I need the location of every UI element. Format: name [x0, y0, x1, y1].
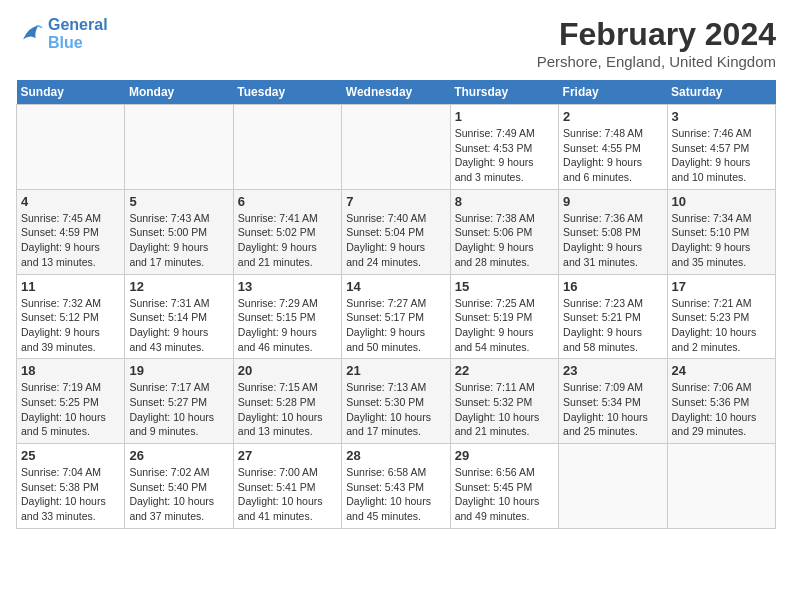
week-row-2: 4Sunrise: 7:45 AM Sunset: 4:59 PM Daylig… [17, 189, 776, 274]
day-number: 10 [672, 194, 771, 209]
day-number: 18 [21, 363, 120, 378]
calendar-cell: 23Sunrise: 7:09 AM Sunset: 5:34 PM Dayli… [559, 359, 667, 444]
calendar-cell: 25Sunrise: 7:04 AM Sunset: 5:38 PM Dayli… [17, 444, 125, 529]
day-info: Sunrise: 7:06 AM Sunset: 5:36 PM Dayligh… [672, 380, 771, 439]
day-info: Sunrise: 7:27 AM Sunset: 5:17 PM Dayligh… [346, 296, 445, 355]
page-header: General Blue February 2024 Pershore, Eng… [16, 16, 776, 70]
calendar-cell: 11Sunrise: 7:32 AM Sunset: 5:12 PM Dayli… [17, 274, 125, 359]
calendar-cell: 24Sunrise: 7:06 AM Sunset: 5:36 PM Dayli… [667, 359, 775, 444]
calendar-cell: 29Sunrise: 6:56 AM Sunset: 5:45 PM Dayli… [450, 444, 558, 529]
day-info: Sunrise: 7:32 AM Sunset: 5:12 PM Dayligh… [21, 296, 120, 355]
calendar-cell: 4Sunrise: 7:45 AM Sunset: 4:59 PM Daylig… [17, 189, 125, 274]
day-info: Sunrise: 7:40 AM Sunset: 5:04 PM Dayligh… [346, 211, 445, 270]
day-number: 23 [563, 363, 662, 378]
calendar-cell [667, 444, 775, 529]
day-info: Sunrise: 7:23 AM Sunset: 5:21 PM Dayligh… [563, 296, 662, 355]
calendar-cell: 18Sunrise: 7:19 AM Sunset: 5:25 PM Dayli… [17, 359, 125, 444]
week-row-5: 25Sunrise: 7:04 AM Sunset: 5:38 PM Dayli… [17, 444, 776, 529]
calendar-cell: 12Sunrise: 7:31 AM Sunset: 5:14 PM Dayli… [125, 274, 233, 359]
day-info: Sunrise: 7:04 AM Sunset: 5:38 PM Dayligh… [21, 465, 120, 524]
weekday-header-thursday: Thursday [450, 80, 558, 105]
day-number: 6 [238, 194, 337, 209]
day-number: 21 [346, 363, 445, 378]
calendar-cell: 15Sunrise: 7:25 AM Sunset: 5:19 PM Dayli… [450, 274, 558, 359]
day-info: Sunrise: 7:29 AM Sunset: 5:15 PM Dayligh… [238, 296, 337, 355]
day-info: Sunrise: 7:36 AM Sunset: 5:08 PM Dayligh… [563, 211, 662, 270]
day-number: 20 [238, 363, 337, 378]
day-number: 24 [672, 363, 771, 378]
weekday-header-saturday: Saturday [667, 80, 775, 105]
day-info: Sunrise: 7:21 AM Sunset: 5:23 PM Dayligh… [672, 296, 771, 355]
calendar-cell: 9Sunrise: 7:36 AM Sunset: 5:08 PM Daylig… [559, 189, 667, 274]
day-number: 17 [672, 279, 771, 294]
day-number: 9 [563, 194, 662, 209]
day-info: Sunrise: 7:19 AM Sunset: 5:25 PM Dayligh… [21, 380, 120, 439]
logo: General Blue [16, 16, 108, 52]
weekday-header-wednesday: Wednesday [342, 80, 450, 105]
day-info: Sunrise: 7:38 AM Sunset: 5:06 PM Dayligh… [455, 211, 554, 270]
day-number: 5 [129, 194, 228, 209]
day-info: Sunrise: 7:46 AM Sunset: 4:57 PM Dayligh… [672, 126, 771, 185]
weekday-header-row: SundayMondayTuesdayWednesdayThursdayFrid… [17, 80, 776, 105]
calendar-cell: 27Sunrise: 7:00 AM Sunset: 5:41 PM Dayli… [233, 444, 341, 529]
day-info: Sunrise: 7:13 AM Sunset: 5:30 PM Dayligh… [346, 380, 445, 439]
day-info: Sunrise: 6:56 AM Sunset: 5:45 PM Dayligh… [455, 465, 554, 524]
calendar-table: SundayMondayTuesdayWednesdayThursdayFrid… [16, 80, 776, 529]
day-info: Sunrise: 7:41 AM Sunset: 5:02 PM Dayligh… [238, 211, 337, 270]
day-number: 19 [129, 363, 228, 378]
calendar-cell [125, 105, 233, 190]
calendar-cell: 6Sunrise: 7:41 AM Sunset: 5:02 PM Daylig… [233, 189, 341, 274]
day-number: 15 [455, 279, 554, 294]
day-number: 4 [21, 194, 120, 209]
calendar-cell: 8Sunrise: 7:38 AM Sunset: 5:06 PM Daylig… [450, 189, 558, 274]
day-number: 8 [455, 194, 554, 209]
day-number: 29 [455, 448, 554, 463]
day-number: 13 [238, 279, 337, 294]
calendar-cell: 1Sunrise: 7:49 AM Sunset: 4:53 PM Daylig… [450, 105, 558, 190]
day-info: Sunrise: 7:02 AM Sunset: 5:40 PM Dayligh… [129, 465, 228, 524]
day-info: Sunrise: 7:09 AM Sunset: 5:34 PM Dayligh… [563, 380, 662, 439]
calendar-cell: 22Sunrise: 7:11 AM Sunset: 5:32 PM Dayli… [450, 359, 558, 444]
day-number: 3 [672, 109, 771, 124]
calendar-cell: 21Sunrise: 7:13 AM Sunset: 5:30 PM Dayli… [342, 359, 450, 444]
day-number: 12 [129, 279, 228, 294]
calendar-cell: 20Sunrise: 7:15 AM Sunset: 5:28 PM Dayli… [233, 359, 341, 444]
logo-text: General Blue [48, 16, 108, 52]
day-number: 16 [563, 279, 662, 294]
weekday-header-friday: Friday [559, 80, 667, 105]
location: Pershore, England, United Kingdom [537, 53, 776, 70]
calendar-cell: 28Sunrise: 6:58 AM Sunset: 5:43 PM Dayli… [342, 444, 450, 529]
weekday-header-sunday: Sunday [17, 80, 125, 105]
day-number: 14 [346, 279, 445, 294]
calendar-cell: 26Sunrise: 7:02 AM Sunset: 5:40 PM Dayli… [125, 444, 233, 529]
day-number: 1 [455, 109, 554, 124]
calendar-cell [342, 105, 450, 190]
day-info: Sunrise: 7:49 AM Sunset: 4:53 PM Dayligh… [455, 126, 554, 185]
day-info: Sunrise: 7:25 AM Sunset: 5:19 PM Dayligh… [455, 296, 554, 355]
calendar-cell: 19Sunrise: 7:17 AM Sunset: 5:27 PM Dayli… [125, 359, 233, 444]
calendar-cell: 14Sunrise: 7:27 AM Sunset: 5:17 PM Dayli… [342, 274, 450, 359]
day-number: 2 [563, 109, 662, 124]
day-info: Sunrise: 7:45 AM Sunset: 4:59 PM Dayligh… [21, 211, 120, 270]
calendar-cell: 13Sunrise: 7:29 AM Sunset: 5:15 PM Dayli… [233, 274, 341, 359]
day-number: 26 [129, 448, 228, 463]
day-number: 7 [346, 194, 445, 209]
calendar-cell: 10Sunrise: 7:34 AM Sunset: 5:10 PM Dayli… [667, 189, 775, 274]
calendar-cell [17, 105, 125, 190]
day-number: 28 [346, 448, 445, 463]
week-row-4: 18Sunrise: 7:19 AM Sunset: 5:25 PM Dayli… [17, 359, 776, 444]
calendar-cell [559, 444, 667, 529]
week-row-3: 11Sunrise: 7:32 AM Sunset: 5:12 PM Dayli… [17, 274, 776, 359]
calendar-cell: 3Sunrise: 7:46 AM Sunset: 4:57 PM Daylig… [667, 105, 775, 190]
calendar-cell: 7Sunrise: 7:40 AM Sunset: 5:04 PM Daylig… [342, 189, 450, 274]
day-number: 22 [455, 363, 554, 378]
day-info: Sunrise: 7:00 AM Sunset: 5:41 PM Dayligh… [238, 465, 337, 524]
day-info: Sunrise: 6:58 AM Sunset: 5:43 PM Dayligh… [346, 465, 445, 524]
weekday-header-monday: Monday [125, 80, 233, 105]
day-info: Sunrise: 7:31 AM Sunset: 5:14 PM Dayligh… [129, 296, 228, 355]
day-number: 11 [21, 279, 120, 294]
day-info: Sunrise: 7:48 AM Sunset: 4:55 PM Dayligh… [563, 126, 662, 185]
week-row-1: 1Sunrise: 7:49 AM Sunset: 4:53 PM Daylig… [17, 105, 776, 190]
title-block: February 2024 Pershore, England, United … [537, 16, 776, 70]
calendar-cell: 17Sunrise: 7:21 AM Sunset: 5:23 PM Dayli… [667, 274, 775, 359]
